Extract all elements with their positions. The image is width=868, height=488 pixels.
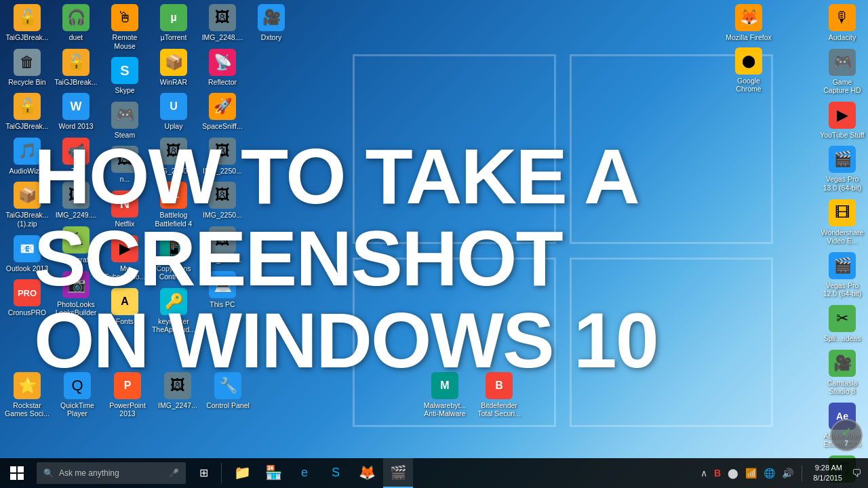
start-button[interactable] <box>0 458 34 488</box>
icon-audacity[interactable]: 🎙Audacity <box>818 1 867 45</box>
tray-action-center[interactable]: 🗨 <box>850 466 863 480</box>
icon-col-6: 🎥Dxtory <box>247 1 296 45</box>
overlay-text: HOW TO TAKE A SCREENSHOT ON WINDOWS 10 <box>34 136 868 381</box>
mic-icon: 🎤 <box>169 468 179 478</box>
icon-uplay[interactable]: UUplay <box>149 90 198 134</box>
icon-img2248[interactable]: 🖼IMG_2248.... <box>198 1 247 45</box>
tray-bitdefender[interactable]: B <box>713 466 722 480</box>
taskbar-firefox[interactable]: 🦊 <box>352 458 382 488</box>
tray-icon-2[interactable]: ⬤ <box>726 466 740 480</box>
taskbar: 🔍 Ask me anything 🎤 ⊞ 📁 🏪 e S 🦊 🎬 ∧ B ⬤ … <box>0 458 868 488</box>
taskbar-divider <box>221 463 222 483</box>
icon-dxtory[interactable]: 🎥Dxtory <box>247 1 296 45</box>
icon-col-top-right: 🦊Mozilla Firefox ⬤Google Chrome <box>724 1 773 96</box>
svg-rect-2 <box>10 474 16 480</box>
icon-winrar[interactable]: 📦WinRAR <box>149 46 198 89</box>
notif-check-icon: ✓ <box>841 424 852 440</box>
icon-taigj3[interactable]: 🔓TaiGJBreak... <box>52 46 100 89</box>
taskbar-ie[interactable]: e <box>290 458 319 488</box>
icon-taigj2[interactable]: 🔓TaiGJBreak... <box>3 90 52 134</box>
icon-mozilla-firefox[interactable]: 🦊Mozilla Firefox <box>724 1 773 45</box>
clock-date: 8/1/2015 <box>813 473 842 483</box>
taskbar-skype[interactable]: S <box>321 458 351 488</box>
overlay-line1: HOW TO TAKE A SCREENSHOT <box>34 136 868 300</box>
icon-skype[interactable]: SSkype <box>100 54 149 98</box>
notif-number: 7 <box>844 440 848 447</box>
icon-recycle-bin[interactable]: 🗑Recycle Bin <box>3 46 52 89</box>
search-placeholder: Ask me anything <box>59 468 119 478</box>
system-clock[interactable]: 9:28 AM 8/1/2015 <box>809 463 846 484</box>
clock-time: 9:28 AM <box>813 463 842 473</box>
icon-reflector[interactable]: 📡Reflector <box>198 46 247 89</box>
tray-volume[interactable]: 🔊 <box>781 466 795 480</box>
icon-game-capture[interactable]: 🎮Game Capture HD <box>818 46 867 98</box>
taskbar-store[interactable]: 🏪 <box>258 458 288 488</box>
icon-word[interactable]: WWord 2013 <box>52 90 100 134</box>
svg-rect-0 <box>10 466 16 472</box>
notification-circle[interactable]: ✓ 7 <box>830 419 863 451</box>
icon-duet[interactable]: 🎧duet <box>52 1 100 45</box>
icon-utorrent[interactable]: µµTorrent <box>149 1 198 45</box>
svg-rect-1 <box>18 466 24 472</box>
tray-divider <box>802 465 802 481</box>
svg-rect-3 <box>18 474 24 480</box>
icon-taigj1[interactable]: 🔓TaiGJBreak... <box>3 1 52 45</box>
taskbar-tray: ∧ B ⬤ 📶 🌐 🔊 9:28 AM 8/1/2015 🗨 <box>694 458 868 488</box>
tray-icon-3[interactable]: 📶 <box>744 466 758 480</box>
taskbar-search[interactable]: 🔍 Ask me anything 🎤 <box>37 462 186 484</box>
icon-remote-mouse[interactable]: 🖱Remote Mouse <box>100 1 149 53</box>
taskbar-file-explorer[interactable]: 📁 <box>227 458 257 488</box>
tray-chevron[interactable]: ∧ <box>699 466 709 480</box>
tray-network[interactable]: 🌐 <box>762 466 776 480</box>
taskbar-media[interactable]: 🎬 <box>383 458 413 488</box>
overlay-line2: ON WINDOWS 10 <box>34 300 868 382</box>
taskbar-pinned-apps: 📁 🏪 e S 🦊 🎬 <box>227 458 413 488</box>
taskview-button[interactable]: ⊞ <box>189 458 218 488</box>
search-icon: 🔍 <box>43 468 54 478</box>
icon-spacesniff[interactable]: 🚀SpaceSniff... <box>198 90 247 134</box>
icon-google-chrome[interactable]: ⬤Google Chrome <box>724 45 773 96</box>
